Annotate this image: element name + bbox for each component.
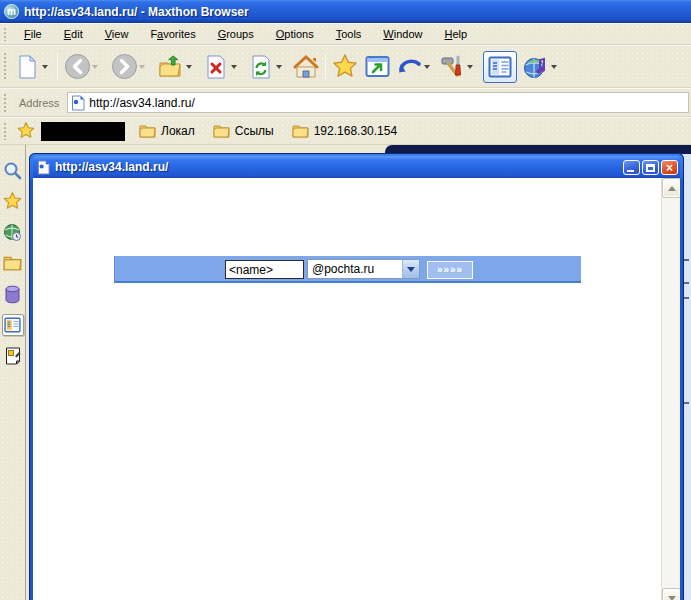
open-in-folder-button[interactable] [157, 52, 185, 82]
open-folder-icon [158, 55, 184, 79]
new-page-icon [16, 55, 38, 79]
favorites-folder-lokal[interactable]: Локал [133, 122, 207, 140]
chevron-up-icon [668, 186, 676, 191]
child-minimize-button[interactable] [623, 160, 640, 175]
child-close-button[interactable]: × [661, 160, 678, 175]
history-globe-icon [3, 223, 22, 242]
stop-button[interactable] [202, 52, 230, 82]
stop-icon [205, 55, 227, 79]
refresh-icon [250, 55, 272, 79]
menu-tools[interactable]: Tools [325, 25, 373, 43]
menubar-grip[interactable] [3, 27, 8, 41]
resize-window-button[interactable] [363, 52, 391, 82]
media-globe-dropdown[interactable] [551, 65, 557, 69]
star-icon [332, 54, 358, 80]
maxthon-logo-icon: m [4, 4, 19, 19]
child-window-title: http://asv34.land.ru/ [55, 160, 623, 174]
background-window-sliver [683, 154, 691, 600]
go-button[interactable]: »»»» [427, 261, 473, 279]
scroll-down-button[interactable] [663, 589, 680, 600]
new-page-button[interactable] [13, 52, 41, 82]
sidebar-item-feeds[interactable] [2, 283, 24, 305]
minimize-icon [627, 170, 634, 172]
menu-favorites[interactable]: Favorites [139, 25, 206, 43]
favorites-button[interactable] [331, 52, 359, 82]
sidebar-item-favorites[interactable] [2, 190, 24, 212]
menu-window[interactable]: Window [372, 25, 433, 43]
new-page-dropdown[interactable] [42, 65, 48, 69]
menu-edit[interactable]: Edit [53, 25, 94, 43]
sidebar-item-search[interactable] [2, 159, 24, 181]
refresh-dropdown[interactable] [276, 65, 282, 69]
address-input[interactable] [89, 94, 688, 111]
back-icon [64, 53, 91, 80]
folder-icon [139, 124, 156, 138]
name-input[interactable] [225, 260, 304, 279]
domain-select-arrow[interactable] [402, 260, 419, 278]
refresh-button[interactable] [247, 52, 275, 82]
star-icon [3, 192, 22, 211]
undo-dropdown[interactable] [424, 65, 430, 69]
menu-groups[interactable]: Groups [207, 25, 265, 43]
page-content: @pochta.ru »»»» [33, 178, 680, 600]
undo-button[interactable] [395, 52, 423, 82]
tools-button[interactable] [438, 52, 466, 82]
close-icon: × [662, 160, 677, 176]
favorites-folder-ssyly[interactable]: Ссылы [207, 122, 286, 140]
favorites-folder-ip[interactable]: 192.168.30.154 [286, 122, 409, 140]
tools-icon [439, 54, 465, 80]
window-title: http://asv34.land.ru/ - Maxthon Browser [24, 5, 249, 19]
favbar-grip[interactable] [3, 122, 8, 140]
favorites-folder-label: 192.168.30.154 [314, 124, 397, 138]
chevron-down-icon [407, 267, 415, 272]
home-icon [293, 55, 319, 79]
forward-button[interactable] [110, 52, 138, 82]
tools-dropdown[interactable] [467, 65, 473, 69]
open-in-folder-dropdown[interactable] [186, 65, 192, 69]
toolbar [0, 45, 691, 88]
folder-icon [213, 124, 230, 138]
menu-options[interactable]: Options [265, 25, 325, 43]
sidebar [0, 145, 26, 600]
maxthon-browser-window: m http://asv34.land.ru/ - Maxthon Browse… [0, 0, 691, 600]
chevron-down-icon [668, 596, 676, 600]
toolbar-grip[interactable] [3, 52, 8, 81]
window-titlebar: m http://asv34.land.ru/ - Maxthon Browse… [0, 0, 691, 23]
stop-dropdown[interactable] [231, 65, 237, 69]
address-input-wrap [67, 92, 689, 113]
back-dropdown[interactable] [92, 65, 98, 69]
favorites-star-icon[interactable] [17, 122, 35, 140]
home-button[interactable] [292, 52, 320, 82]
forward-icon [111, 53, 138, 80]
sidebar-panel-icon [488, 56, 512, 78]
menu-file[interactable]: File [13, 25, 53, 43]
toolbar-separator [57, 54, 58, 80]
domain-select[interactable]: @pochta.ru [307, 259, 420, 279]
redacted-favorite[interactable] [41, 122, 125, 141]
notes-icon [5, 347, 21, 365]
media-globe-icon [523, 54, 549, 80]
undo-icon [396, 55, 423, 79]
page-icon [71, 95, 85, 111]
search-icon [3, 161, 22, 180]
sidebar-item-notes[interactable] [2, 345, 24, 367]
media-globe-button[interactable] [522, 52, 550, 82]
vertical-scrollbar[interactable] [661, 178, 680, 600]
scroll-up-button[interactable] [663, 179, 680, 197]
sidebar-item-list-panel[interactable] [2, 314, 24, 336]
forward-dropdown[interactable] [139, 65, 145, 69]
menu-view[interactable]: View [94, 25, 140, 43]
address-label: Address [19, 97, 59, 109]
menu-help[interactable]: Help [433, 25, 478, 43]
child-window-titlebar[interactable]: http://asv34.land.ru/ × [33, 156, 680, 178]
resize-window-icon [365, 55, 390, 78]
page-icon [37, 160, 50, 175]
sidebar-item-history[interactable] [2, 221, 24, 243]
sidebar-toggle-button[interactable] [483, 51, 517, 83]
domain-select-value: @pochta.ru [308, 262, 402, 276]
child-maximize-button[interactable] [642, 160, 659, 175]
folder-icon [292, 124, 309, 138]
sidebar-item-folders[interactable] [2, 252, 24, 274]
addressbar-grip[interactable] [3, 93, 8, 112]
back-button[interactable] [63, 52, 91, 82]
